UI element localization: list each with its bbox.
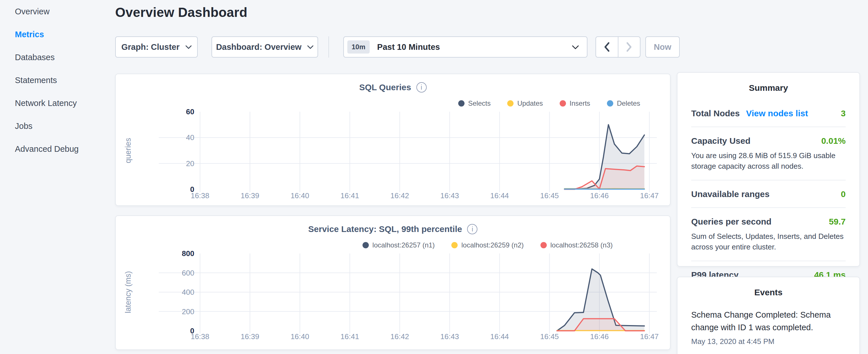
- svg-text:queries: queries: [124, 138, 132, 163]
- svg-text:16:39: 16:39: [241, 332, 259, 341]
- dashboard-dropdown[interactable]: Dashboard: Overview: [212, 36, 318, 58]
- svg-text:16:46: 16:46: [590, 332, 609, 341]
- svg-text:16:44: 16:44: [490, 191, 509, 200]
- summary-label: Queries per second: [691, 217, 771, 227]
- sidebar-item-network-latency[interactable]: Network Latency: [0, 92, 115, 115]
- events-title: Events: [691, 288, 846, 297]
- summary-description: Sum of Selects, Updates, Inserts, and De…: [691, 231, 846, 252]
- svg-text:16:42: 16:42: [390, 332, 409, 341]
- service-latency-chart-card: Service Latency: SQL, 99th percentile i …: [115, 215, 671, 350]
- svg-text:600: 600: [182, 269, 194, 277]
- view-nodes-list-link[interactable]: View nodes list: [746, 108, 808, 118]
- app-root: Overview Metrics Databases Statements Ne…: [0, 0, 868, 354]
- sidebar-item-statements[interactable]: Statements: [0, 69, 115, 92]
- summary-value: 0: [841, 189, 846, 199]
- summary-label: Capacity Used: [691, 136, 750, 146]
- chevron-down-icon: [307, 45, 313, 49]
- svg-text:16:43: 16:43: [440, 191, 459, 200]
- time-window-selector[interactable]: 10m Past 10 Minutes: [343, 36, 587, 58]
- sql-queries-chart-card: SQL Queries i SelectsUpdatesInsertsDelet…: [115, 74, 671, 206]
- time-forward-button[interactable]: [618, 37, 640, 57]
- events-panel: Events Schema Change Completed: Schema c…: [677, 277, 860, 354]
- svg-text:16:43: 16:43: [440, 332, 459, 341]
- svg-text:16:41: 16:41: [340, 332, 359, 341]
- chevron-down-icon: [185, 45, 192, 49]
- summary-row-capacity-used: Capacity Used 0.01% You are using 28.6 M…: [691, 127, 846, 181]
- svg-text:16:41: 16:41: [340, 191, 359, 200]
- svg-text:16:39: 16:39: [241, 191, 259, 200]
- sidebar-item-jobs[interactable]: Jobs: [0, 115, 115, 137]
- summary-label: Unavailable ranges: [691, 189, 769, 199]
- svg-text:16:47: 16:47: [640, 332, 658, 341]
- sidebar-item-overview[interactable]: Overview: [0, 0, 115, 23]
- summary-label: Total Nodes: [691, 108, 740, 118]
- svg-text:16:45: 16:45: [540, 191, 559, 200]
- svg-text:latency (ms): latency (ms): [124, 271, 132, 313]
- summary-row-queries-per-second: Queries per second 59.7 Sum of Selects, …: [691, 208, 846, 261]
- svg-text:16:40: 16:40: [290, 332, 309, 341]
- svg-text:0: 0: [190, 326, 194, 335]
- time-window-badge: 10m: [347, 40, 370, 54]
- svg-text:200: 200: [182, 307, 194, 316]
- time-back-button[interactable]: [596, 37, 618, 57]
- summary-value: 3: [841, 108, 846, 118]
- summary-row-unavailable-ranges: Unavailable ranges 0: [691, 181, 846, 208]
- svg-text:16:45: 16:45: [540, 332, 559, 341]
- sidebar-item-databases[interactable]: Databases: [0, 46, 115, 69]
- svg-text:16:44: 16:44: [490, 332, 509, 341]
- svg-text:16:46: 16:46: [590, 191, 609, 200]
- time-step-controls: [595, 36, 641, 58]
- summary-panel: Summary Total Nodes View nodes list 3 Ca…: [677, 72, 860, 267]
- svg-text:20: 20: [186, 159, 194, 168]
- svg-text:800: 800: [182, 249, 194, 258]
- svg-text:60: 60: [186, 107, 194, 116]
- page-title: Overview Dashboard: [115, 5, 247, 20]
- svg-text:0: 0: [190, 185, 194, 194]
- controls-divider: [329, 36, 329, 58]
- sql-queries-plot[interactable]: 16:3816:3916:4016:4116:4216:4316:4416:45…: [116, 74, 670, 205]
- sidebar-item-advanced-debug[interactable]: Advanced Debug: [0, 137, 115, 160]
- svg-text:16:40: 16:40: [290, 191, 309, 200]
- svg-text:400: 400: [182, 288, 194, 296]
- summary-value: 0.01%: [821, 136, 846, 146]
- summary-description: You are using 28.6 MiB of 515.9 GiB usab…: [691, 150, 846, 171]
- chevron-right-icon: [626, 42, 632, 52]
- summary-value: 59.7: [829, 217, 846, 227]
- chevron-left-icon: [604, 42, 610, 52]
- event-timestamp: May 13, 2020 at 4:45 PM: [691, 337, 846, 346]
- summary-row-total-nodes: Total Nodes View nodes list 3: [691, 100, 846, 127]
- time-window-label: Past 10 Minutes: [377, 42, 440, 52]
- graph-dropdown[interactable]: Graph: Cluster: [115, 36, 198, 58]
- dashboard-dropdown-label: Dashboard: Overview: [216, 42, 302, 52]
- sidebar-item-metrics[interactable]: Metrics: [0, 23, 115, 46]
- now-button[interactable]: Now: [645, 36, 680, 58]
- summary-title: Summary: [691, 83, 846, 93]
- event-text: Schema Change Completed: Schema change w…: [691, 309, 846, 334]
- svg-text:40: 40: [186, 133, 194, 142]
- svg-text:16:47: 16:47: [640, 191, 658, 200]
- event-list-item[interactable]: Schema Change Completed: Schema change w…: [691, 309, 846, 346]
- service-latency-plot[interactable]: 16:3816:3916:4016:4116:4216:4316:4416:45…: [116, 216, 670, 349]
- chevron-down-icon: [572, 45, 579, 49]
- sidebar: Overview Metrics Databases Statements Ne…: [0, 0, 115, 160]
- graph-dropdown-label: Graph: Cluster: [121, 42, 179, 52]
- svg-text:16:42: 16:42: [390, 191, 409, 200]
